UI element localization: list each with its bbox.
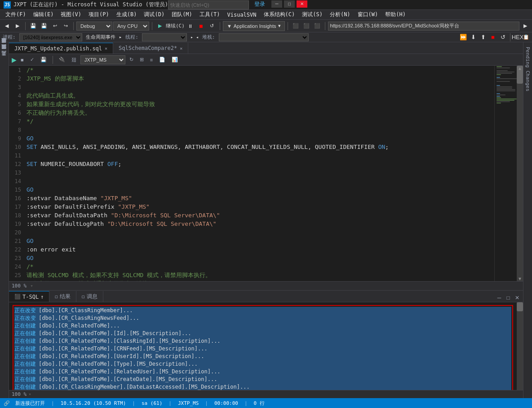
app-insights-button[interactable]: ▼ Application Insights ▾ [223,21,285,31]
menu-build[interactable]: 生成(B) [113,10,141,19]
go-button[interactable]: ▶ [520,21,530,31]
menu-edit[interactable]: 编辑(E) [30,10,58,19]
menu-bar: 文件(F) 编辑(E) 视图(V) 项目(P) 生成(B) 调试(D) 团队(M… [0,10,532,20]
scroll-up-button[interactable]: ▲ [517,66,523,71]
step-into-button[interactable]: ⬇ [469,33,478,41]
save-query-button[interactable]: 💾 [38,55,49,64]
continue-button[interactable]: ▶ [155,21,165,31]
menu-help[interactable]: 帮助(H) [381,10,409,19]
editor-scrollbar[interactable]: ▲ ▼ [517,66,523,281]
output-scrollbar-thumb[interactable] [517,302,523,311]
nav-button-3[interactable]: ⬛ [312,21,322,31]
output-line-11: 正在创建 [dbo].[CR_ClassRingMember].[DateLas… [14,383,511,390]
back-button[interactable]: ◀ [2,21,12,31]
close-button[interactable]: ✕ [297,0,307,8]
tab-debug-log[interactable]: ◻ 调息 [76,291,103,302]
platform-dropdown[interactable]: Any CPU [113,22,149,31]
debug-icon: ◻ [82,294,85,300]
tab-schema-compare-close[interactable]: ✕ [180,46,182,51]
redo-button[interactable]: ↪ [61,21,71,31]
forward-button[interactable]: ▶ [13,21,22,31]
results-file-button[interactable]: 📄 [157,55,168,64]
results-text-button[interactable]: ≡ [148,55,155,64]
sidebar-tab-server-explorer[interactable]: 服务器资源管理器 [0,44,9,49]
url-input[interactable] [328,22,519,31]
panel-minimize-button[interactable]: ─ [495,294,503,302]
scroll-down-button[interactable]: ▼ [517,276,523,281]
minimap [494,66,517,281]
title-text: JXPT (正在运行) - Microsoft Visual Studio (管… [13,1,168,9]
menu-team[interactable]: 团队(M) [168,10,196,19]
sidebar-tab-toolbox[interactable]: 工具箱 [0,57,9,62]
thread-dropdown[interactable] [142,33,187,41]
db-info: JXTP_MS [178,400,199,406]
tab-publish-sql-label: JXTP_MS_Update2.publish.sql [14,45,102,52]
refresh-button[interactable]: ↻ [127,55,136,64]
menu-test[interactable]: 测试(S) [298,10,326,19]
step-over-button[interactable]: ⏩ [459,33,468,41]
nav-button-1[interactable]: ⬛ [291,21,301,31]
menu-tools[interactable]: 工具(T) [196,10,224,19]
undo-button[interactable]: ↩ [50,21,60,31]
output-line-1: 正在改变 [dbo].[CR_ClassRingMember]... [14,307,511,314]
tab-tsql[interactable]: ⬛ T-SQL ↑ [9,291,49,302]
include-actual-plan-button[interactable]: 📊 [169,55,180,64]
minimize-button[interactable]: ─ [271,0,282,8]
login-link[interactable]: 登录 [254,0,265,9]
save-all-button[interactable]: 💾 [39,21,49,31]
database-dropdown[interactable]: JXTP_MS [80,55,125,64]
stop-button[interactable]: ⏹ [196,21,206,31]
code-line-2: 2 JXTP_MS 的部署脚本 [9,74,494,83]
editor-toolbar: ▶ ■ ✓ 💾 🔌 ⛓ JXTP_MS ↻ ⊞ ≡ 📄 📊 [9,54,523,66]
menu-visualsvn[interactable]: VisualSVN [224,11,260,19]
save-button[interactable]: 💾 [28,21,38,31]
stop-debug-button[interactable]: ■ [488,33,497,41]
menu-debug[interactable]: 调试(D) [140,10,168,19]
maximize-button[interactable]: □ [284,0,295,8]
panel-maximize-button[interactable]: □ [504,294,512,302]
output-line-6: 正在创建 [dbo].[CR_RelatedToMe].[CRNFeed].[M… [14,345,511,353]
output-selected-region: 正在改变 [dbo].[CR_ClassRingMember]... 正在改变 … [13,305,513,390]
output-line-10: 正在创建 [dbo].[CR_RelatedToMe].[CreateDate]… [14,376,511,383]
connect-button[interactable]: 🔌 [57,55,67,64]
tab-schema-compare[interactable]: SqlSchemaCompare2* ✕ [113,43,188,54]
nav-button-2[interactable]: ⬛ [301,21,311,31]
menu-architecture[interactable]: 体系结构(C) [260,10,299,19]
menu-analyze[interactable]: 分析(N) [326,10,354,19]
restart-button[interactable]: ↺ [207,21,217,31]
pause-button[interactable]: ⏸ [186,21,195,31]
output-area[interactable]: 正在改变 [dbo].[CR_ClassRingMember]... 正在改变 … [9,302,517,390]
menu-view[interactable]: 视图(V) [57,10,85,19]
tab-debug-label: 调息 [87,293,98,300]
code-line-3: 3 [9,83,494,91]
stack-dropdown[interactable] [219,33,309,41]
main-toolbar: ◀ ▶ 💾 💾 ↩ ↪ Debug Any CPU ▶ 继续(C) ⏸ ⏹ ↺ … [0,20,532,32]
tab-publish-sql-close[interactable]: ✕ [105,46,107,51]
pending-changes-tab[interactable]: Pending Changes [524,44,532,94]
code-line-18: 18 :setvar DefaultDataPath "D:\Microsoft… [9,211,494,220]
hex-button[interactable]: HEX [513,33,522,41]
parse-button[interactable]: ✓ [28,55,36,64]
sidebar-tab-team-explorer[interactable]: 团队资源管理器 [0,50,9,56]
menu-window[interactable]: 窗口(W) [354,10,382,19]
vs-icon: JS [4,1,11,9]
menu-file[interactable]: 文件(F) [2,10,30,19]
results-grid-button[interactable]: ⊞ [137,55,146,64]
restart-debug-button[interactable]: ↺ [498,33,507,41]
tab-tsql-label: T-SQL [22,294,39,300]
toolbar-sep-5 [288,22,288,30]
quick-launch-input[interactable] [168,0,249,9]
stop-query-button[interactable]: ■ [18,55,26,64]
disconnect-button[interactable]: ⛓ [69,55,79,64]
output-scrollbar[interactable] [517,302,523,390]
tab-results[interactable]: ◻ 结果 [49,291,76,302]
run-query-button[interactable]: ▶ [12,56,17,63]
debug-mode-dropdown[interactable]: Debug [76,22,112,31]
menu-project[interactable]: 项目(P) [85,10,113,19]
server-info: 10.5.16.20 (10.50 RTM) [61,400,126,406]
step-out-button[interactable]: ⬆ [479,33,488,41]
tab-publish-sql[interactable]: JXTP_MS_Update2.publish.sql ✕ [9,43,113,54]
panel-close-button[interactable]: ✕ [513,294,521,302]
code-editor[interactable]: 1 /* 2 JXTP_MS 的部署脚本 3 4 此代码由工具生成。 [9,66,494,281]
process-dropdown[interactable]: [16240] iisexpress.exe [19,33,82,41]
